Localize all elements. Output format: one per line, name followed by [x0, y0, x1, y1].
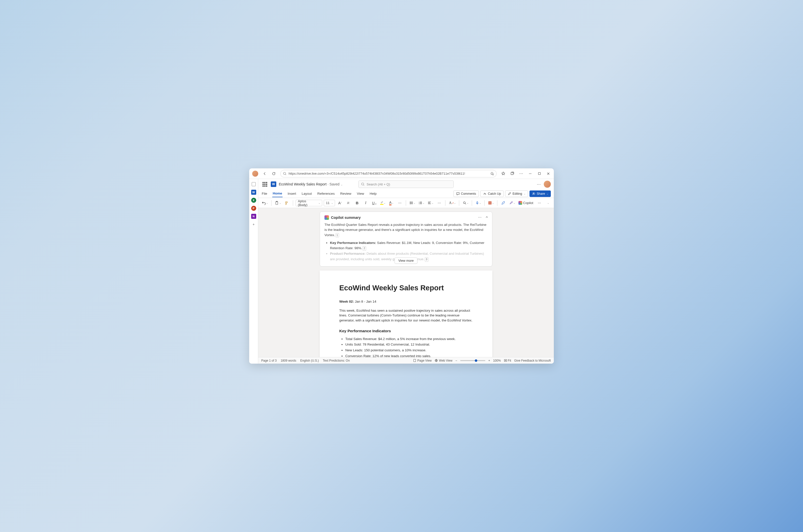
text-predictions[interactable]: Text Predictions: On	[323, 359, 349, 362]
zoom-out-button[interactable]: −	[456, 359, 457, 362]
bullets-button[interactable]: ⌵	[408, 200, 416, 207]
zoom-in-button[interactable]: +	[488, 359, 490, 362]
underline-button[interactable]: U⌵	[371, 200, 378, 207]
word-logo-icon: W	[271, 182, 276, 187]
copilot-card-collapse-icon[interactable]	[485, 215, 489, 219]
align-button[interactable]: ⌵	[426, 200, 434, 207]
font-color-button[interactable]: A⌵	[388, 200, 395, 207]
designer-button[interactable]: ⌵	[487, 200, 495, 207]
fit-button[interactable]: Fit	[504, 359, 511, 362]
document-canvas: Copilot summary ⋯ The EcoWind Quarter Sa…	[258, 208, 554, 357]
rail-onenote-icon[interactable]: N	[250, 213, 257, 220]
reading-list-icon[interactable]	[490, 172, 494, 175]
svg-point-14	[463, 202, 465, 204]
share-button[interactable]: Share⌵	[530, 190, 551, 197]
rail-powerpoint-icon[interactable]: P	[250, 205, 257, 212]
italic-button[interactable]: I	[362, 200, 369, 207]
more-paragraph-icon[interactable]: ⋯	[436, 200, 443, 207]
numbering-button[interactable]: 123⌵	[418, 200, 425, 207]
editor-button[interactable]	[500, 200, 507, 207]
feedback-link[interactable]: Give Feedback to Microsoft	[514, 359, 551, 362]
rail-excel-icon[interactable]: X	[250, 197, 257, 204]
find-button[interactable]: ⌵	[462, 200, 469, 207]
svg-point-1	[493, 174, 494, 175]
app-launcher-icon[interactable]	[261, 181, 268, 188]
word-app: W EcoWind Weekly Sales Report · Saved ⌵ …	[258, 179, 554, 364]
copilot-button[interactable]: Copilot	[517, 200, 534, 207]
settings-menu-icon[interactable]: ⋯	[537, 182, 541, 187]
font-size-select[interactable]: 11⌵	[324, 200, 335, 206]
web-view-button[interactable]: Web View	[435, 359, 453, 362]
kpi-list: Total Sales Revenue: $4.2 million, a 5% …	[339, 337, 473, 357]
copilot-card-menu-icon[interactable]: ⋯	[478, 215, 481, 219]
page-view-button[interactable]: Page View	[413, 359, 432, 362]
tab-insert[interactable]: Insert	[287, 190, 297, 197]
styles-button[interactable]: A↗⌵	[448, 200, 456, 207]
profile-avatar[interactable]	[252, 171, 258, 177]
rail-word-icon[interactable]: W	[250, 189, 257, 195]
comments-button[interactable]: Comments	[454, 190, 479, 197]
zoom-level[interactable]: 100%	[493, 359, 501, 362]
highlight-button[interactable]: ⌵	[379, 200, 386, 207]
zoom-slider[interactable]	[460, 360, 485, 361]
svg-rect-2	[511, 172, 513, 175]
main-area: W X P N + W EcoWind Weekly Sales Report …	[249, 179, 554, 364]
tab-file[interactable]: File	[261, 190, 268, 197]
shrink-font-button[interactable]: A˅	[345, 200, 352, 207]
rail-home-icon[interactable]	[250, 181, 257, 187]
document-page[interactable]: EcoWind Weekly Sales Report Week 02: Jan…	[320, 270, 492, 357]
search-placeholder: Search (Alt + Q)	[367, 183, 390, 186]
tab-help[interactable]: Help	[369, 190, 377, 197]
maximize-button[interactable]	[535, 170, 543, 178]
svg-rect-20	[490, 203, 491, 204]
doc-week-line: Week 02: Jan 8 - Jan 14	[339, 299, 473, 304]
font-family-select[interactable]: Aptos (Body)⌵	[295, 200, 322, 206]
dictate-button[interactable]: ⌵	[475, 200, 482, 207]
kpi-heading: Key Performance Indicators	[339, 328, 473, 334]
rail-add-icon[interactable]: +	[250, 221, 257, 228]
account-avatar[interactable]	[544, 181, 551, 188]
view-more-button[interactable]: View more	[395, 258, 417, 264]
tab-review[interactable]: Review	[340, 190, 352, 197]
document-title[interactable]: EcoWind Weekly Sales Report · Saved ⌵	[279, 182, 342, 186]
bold-button[interactable]: B	[353, 200, 361, 207]
copilot-rewrite-button[interactable]: ⌵	[509, 200, 516, 207]
copilot-summary-card: Copilot summary ⋯ The EcoWind Quarter Sa…	[320, 212, 492, 266]
more-font-icon[interactable]: ⋯	[396, 200, 403, 207]
language-indicator[interactable]: English (U.S.)	[300, 359, 319, 362]
paste-button[interactable]: ⌵	[274, 200, 282, 207]
ribbon-collapse-button[interactable]: ⌵	[544, 200, 551, 207]
refresh-button[interactable]	[270, 170, 278, 178]
tab-references[interactable]: References	[317, 190, 335, 197]
tab-home[interactable]: Home	[272, 190, 283, 197]
svg-rect-15	[477, 201, 478, 203]
address-bar[interactable]: https://onedrive.live.com/=3=/C514o45p82…	[280, 170, 497, 177]
word-count[interactable]: 1809 words	[281, 359, 296, 362]
more-commands-icon[interactable]: ⋯	[536, 200, 543, 207]
search-input[interactable]: Search (Alt + Q)	[358, 180, 454, 188]
collections-icon[interactable]	[508, 170, 516, 178]
catchup-button[interactable]: Catch Up	[480, 190, 504, 197]
page-indicator[interactable]: Page 1 of 3	[261, 359, 276, 362]
tab-layout[interactable]: Layout	[301, 190, 312, 197]
format-painter-button[interactable]	[283, 200, 290, 207]
undo-button[interactable]: ⌵	[261, 200, 269, 207]
doc-intro: This week, EcoWind has seen a sustained …	[339, 308, 473, 323]
status-bar: Page 1 of 3 1809 words English (U.S.) Te…	[258, 357, 554, 364]
minimize-button[interactable]	[526, 170, 534, 178]
tab-view[interactable]: View	[356, 190, 365, 197]
favorites-icon[interactable]	[499, 170, 507, 178]
svg-rect-21	[414, 359, 416, 362]
browser-menu-icon[interactable]: ⋯	[517, 170, 525, 178]
citation-2[interactable]: 2	[363, 246, 366, 251]
grow-font-button[interactable]: A˄	[337, 200, 344, 207]
copilot-intro-text: The EcoWind Quarter Sales Report reveals…	[324, 222, 487, 238]
back-button[interactable]	[261, 170, 269, 178]
citation-1[interactable]: 1	[336, 233, 339, 238]
editing-button[interactable]: Editing⌵	[505, 190, 528, 197]
citation-3[interactable]: 3	[425, 257, 428, 262]
svg-point-5	[533, 193, 534, 194]
svg-rect-17	[489, 202, 490, 203]
close-window-button[interactable]	[544, 170, 552, 178]
title-bar: W EcoWind Weekly Sales Report · Saved ⌵ …	[258, 179, 554, 189]
